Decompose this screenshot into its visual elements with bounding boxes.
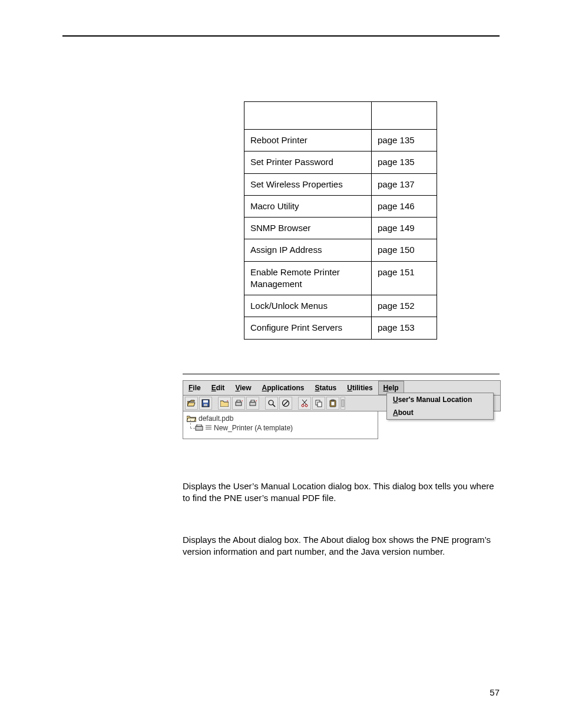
menu-file[interactable]: File — [183, 381, 206, 395]
table-row: Lock/Unlock Menus page 152 — [244, 295, 437, 317]
tree-child-label: New_Printer (A template) — [214, 423, 293, 433]
menu-item-users-manual-location[interactable]: User's Manual Location — [387, 393, 493, 406]
top-rule — [62, 35, 500, 37]
menu-rest: ile — [193, 384, 200, 392]
folder-open-icon — [187, 415, 196, 422]
paragraph-about: Displays the About dialog box. The About… — [183, 534, 495, 558]
svg-rect-21 — [331, 401, 335, 406]
new-printer-icon[interactable]: * — [232, 397, 245, 410]
svg-line-13 — [284, 401, 288, 405]
row-label: Enable Remote Printer Management — [244, 261, 372, 295]
menu-status[interactable]: Status — [310, 381, 342, 395]
tree-root-label: default.pdb — [199, 414, 233, 423]
row-label: Lock/Unlock Menus — [244, 295, 372, 317]
menu-utilities[interactable]: Utilities — [342, 381, 378, 395]
copy-icon[interactable] — [312, 397, 325, 410]
menu-accel: A — [262, 384, 267, 392]
row-page: page 146 — [372, 195, 437, 217]
table-row: SNMP Browser page 149 — [244, 218, 437, 239]
table-row: Assign IP Address page 150 — [244, 239, 437, 261]
more-icon[interactable] — [340, 397, 345, 410]
menu-item-accel: U — [393, 396, 398, 404]
svg-rect-25 — [197, 424, 201, 426]
svg-rect-7 — [250, 402, 256, 406]
save-icon[interactable] — [199, 397, 212, 410]
printer-template-icon — [195, 424, 203, 431]
search-icon[interactable] — [265, 397, 278, 410]
row-label: Set Printer Password — [244, 151, 372, 173]
svg-point-14 — [302, 404, 304, 407]
row-page: page 149 — [372, 218, 437, 239]
row-label: SNMP Browser — [244, 218, 372, 239]
row-label: Assign IP Address — [244, 239, 372, 261]
table-row: Macro Utility page 146 — [244, 195, 437, 217]
svg-rect-4 — [236, 402, 242, 406]
row-page: page 135 — [372, 151, 437, 173]
help-dropdown: User's Manual Location About — [386, 393, 494, 420]
tree-root[interactable]: default.pdb — [187, 414, 374, 423]
svg-rect-1 — [203, 400, 208, 403]
svg-text:*: * — [242, 400, 243, 403]
table-row: Reboot Printer page 135 — [244, 130, 437, 151]
table-row: Set Printer Password page 135 — [244, 151, 437, 173]
tree-view: default.pdb New_Printer (A template) — [183, 411, 378, 439]
svg-point-15 — [305, 404, 308, 407]
row-page: page 152 — [372, 295, 437, 317]
svg-rect-22 — [332, 400, 334, 401]
menu-view[interactable]: View — [230, 381, 256, 395]
svg-line-16 — [303, 400, 307, 404]
menu-rest: tatus — [320, 384, 337, 392]
menu-accel: S — [315, 384, 320, 392]
row-page: page 153 — [372, 317, 437, 339]
tree-child[interactable]: New_Printer (A template) — [187, 423, 374, 433]
cut-icon[interactable] — [298, 397, 311, 410]
table-row: Set Wireless Properties page 137 — [244, 173, 437, 195]
printer-icon[interactable]: * — [246, 397, 259, 410]
svg-rect-5 — [237, 400, 240, 402]
row-label: Macro Utility — [244, 195, 372, 217]
menu-accel: V — [235, 384, 240, 392]
menu-accel: E — [211, 384, 216, 392]
svg-line-17 — [302, 400, 306, 404]
menu-edit[interactable]: Edit — [206, 381, 230, 395]
menu-rest: elp — [388, 384, 398, 392]
menu-item-rest: ser's Manual Location — [398, 396, 472, 404]
paste-icon[interactable] — [326, 397, 339, 410]
table-row: Configure Print Servers page 153 — [244, 317, 437, 339]
svg-line-11 — [273, 404, 275, 407]
reference-table: Reboot Printer page 135 Set Printer Pass… — [244, 101, 437, 340]
row-page: page 137 — [372, 173, 437, 195]
table-row: Enable Remote Printer Management page 15… — [244, 261, 437, 295]
menu-accel: H — [384, 384, 389, 392]
svg-rect-24 — [196, 426, 203, 430]
menu-rest: iew — [240, 384, 251, 392]
row-label: Set Wireless Properties — [244, 173, 372, 195]
menu-applications[interactable]: Applications — [257, 381, 310, 395]
menu-rest: dit — [216, 384, 225, 392]
menu-item-rest: bout — [398, 409, 414, 417]
svg-rect-2 — [204, 404, 207, 406]
row-page: page 151 — [372, 261, 437, 295]
open-icon[interactable] — [185, 397, 198, 410]
svg-rect-19 — [318, 402, 322, 407]
row-page: page 150 — [372, 239, 437, 261]
row-label: Configure Print Servers — [244, 317, 372, 339]
svg-text:*: * — [256, 400, 257, 403]
list-lines-icon — [206, 425, 211, 431]
row-page: page 135 — [372, 130, 437, 151]
row-label: Reboot Printer — [244, 130, 372, 151]
mid-rule — [183, 374, 500, 374]
new-folder-icon[interactable]: * — [218, 397, 231, 410]
svg-rect-8 — [251, 400, 254, 402]
app-screenshot: File Edit View Applications Status Utili… — [183, 380, 501, 440]
page-number: 57 — [490, 687, 500, 699]
cancel-icon[interactable] — [279, 397, 292, 410]
table-header-page — [372, 102, 437, 130]
body-text: Displays the User’s Manual Location dial… — [183, 480, 500, 558]
menu-item-accel: A — [393, 409, 398, 417]
svg-rect-23 — [342, 400, 344, 407]
menu-item-about[interactable]: About — [387, 406, 493, 419]
svg-point-10 — [269, 400, 273, 405]
table-header-label — [244, 102, 372, 130]
menu-rest: pplications — [267, 384, 304, 392]
